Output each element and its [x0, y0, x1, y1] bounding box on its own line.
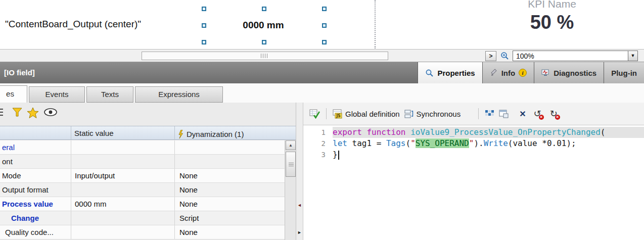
- selection-handle-bottom-right[interactable]: [322, 40, 327, 44]
- scrollbar-grip[interactable]: [261, 54, 269, 58]
- global-definition-label: Global definition: [345, 110, 400, 118]
- line-number: 2: [303, 138, 333, 149]
- zoom-level-combobox[interactable]: 100% ▼: [513, 51, 638, 61]
- scroll-up-button[interactable]: ▲: [286, 140, 296, 150]
- visibility-eye-icon[interactable]: [43, 107, 58, 119]
- row-static-value[interactable]: [71, 140, 174, 154]
- vertical-scrollbar[interactable]: ▲: [285, 140, 296, 240]
- subtab-events[interactable]: Events: [29, 86, 85, 103]
- code-text: let tag1 = Tags("SYS_OPERAND").Write(val…: [333, 138, 644, 149]
- redo-delete-button[interactable]: ↻ ✕: [550, 109, 558, 118]
- table-row-mode[interactable]: Mode Input/output None: [0, 169, 285, 183]
- row-static-value[interactable]: [71, 225, 174, 239]
- line-number: 1: [303, 127, 333, 138]
- inspector-title-bar: [IO field] Properties Info i: [0, 62, 644, 83]
- tia-portal-inspector-view: "ContentBoard_Output (center)" 0000 mm K…: [0, 0, 644, 240]
- table-row-process-value[interactable]: Process value 0000 mm None: [0, 197, 285, 211]
- grid-header-row: Static value Dynamization (1): [0, 126, 296, 140]
- horizontal-scrollbar[interactable]: [142, 52, 388, 60]
- selection-handle-top-left[interactable]: [202, 7, 206, 11]
- zoom-fit-icon[interactable]: [499, 51, 511, 61]
- kpi-widget[interactable]: KPI Name 50 %: [507, 0, 597, 33]
- grid-header-dynamization-label: Dynamization (1): [187, 130, 244, 138]
- undo-delete-button[interactable]: ↺ ✕: [534, 109, 541, 118]
- tab-properties[interactable]: Properties: [418, 62, 482, 83]
- selection-handle-bottom-center[interactable]: [262, 40, 266, 44]
- splitter-arrow-icon[interactable]: ◄: [297, 203, 302, 208]
- info-badge-icon: i: [519, 69, 527, 77]
- table-row-font[interactable]: ont: [0, 155, 285, 169]
- row-static-value[interactable]: 0000 mm: [71, 197, 174, 211]
- io-field-object[interactable]: 0000 mm: [230, 20, 297, 31]
- row-dynamization[interactable]: None: [174, 225, 285, 239]
- row-dynamization[interactable]: [174, 155, 285, 168]
- pencil-icon: [490, 69, 498, 77]
- line-number: 3: [303, 149, 333, 160]
- row-dynamization[interactable]: None: [174, 197, 285, 211]
- tab-info[interactable]: Info i: [482, 62, 534, 83]
- row-static-value[interactable]: Input/output: [71, 169, 174, 182]
- synchronous-icon: [404, 110, 413, 118]
- table-row-quality-code[interactable]: Quality code... None: [0, 225, 285, 239]
- row-dynamization[interactable]: None: [174, 183, 285, 197]
- validate-script-button[interactable]: [309, 109, 320, 119]
- row-dynamization[interactable]: None: [174, 169, 285, 182]
- selection-handle-mid-right[interactable]: [322, 23, 327, 28]
- table-row-change[interactable]: Change Script: [0, 211, 285, 225]
- tab-plug-in-label: Plug-in: [611, 69, 637, 77]
- screen-editor-canvas[interactable]: "ContentBoard_Output (center)" 0000 mm K…: [0, 0, 644, 49]
- subtab-texts[interactable]: Texts: [86, 86, 133, 103]
- page-boundary-guide: [375, 0, 376, 49]
- expand-button[interactable]: >: [485, 51, 496, 61]
- toolbar-separator: [326, 108, 327, 119]
- insert-window-button[interactable]: [499, 110, 509, 118]
- code-lines: 1export function ioValue9_ProcessValue_O…: [303, 127, 644, 160]
- favorites-star-icon[interactable]: [26, 107, 39, 121]
- script-editor-toolbar: JS Global definition Synchronous: [303, 103, 644, 125]
- scrollbar-thumb[interactable]: [286, 152, 296, 177]
- table-row-output-format[interactable]: Output format None: [0, 183, 285, 197]
- row-name: Output format: [0, 183, 71, 197]
- tab-diagnostics[interactable]: Diagnostics: [534, 62, 604, 83]
- row-name: Quality code...: [0, 225, 71, 239]
- subtab-expressions[interactable]: Expressions: [135, 86, 223, 103]
- grid-header-dynamization[interactable]: Dynamization (1): [174, 126, 296, 139]
- text-caret: [338, 151, 339, 160]
- properties-magnifier-icon: [425, 69, 434, 77]
- property-rows: eral ont Mode Input/output None Output f…: [0, 140, 285, 239]
- synchronous-button[interactable]: Synchronous: [404, 110, 461, 118]
- inspector-tabs: Properties Info i Diagnostics Plug-: [418, 62, 644, 83]
- grid-check-icon: [309, 109, 320, 119]
- tab-properties-label: Properties: [437, 69, 475, 77]
- row-name: Mode: [0, 169, 71, 182]
- selection-handle-top-center[interactable]: [262, 7, 266, 11]
- delete-dynamization-button[interactable]: ✕: [519, 109, 526, 119]
- grid-header-static-value[interactable]: Static value: [71, 126, 174, 139]
- row-name: Change: [0, 211, 71, 225]
- filter-icon[interactable]: [11, 107, 23, 120]
- subtab-properties[interactable]: es: [0, 85, 27, 103]
- global-definition-button[interactable]: JS Global definition: [333, 109, 400, 119]
- selection-handle-mid-left[interactable]: [202, 23, 206, 28]
- splitter-arrow-icon[interactable]: ►: [297, 230, 302, 235]
- magnifier-fit-icon: [499, 51, 511, 61]
- row-static-value[interactable]: [71, 183, 174, 197]
- grid-header-name[interactable]: [0, 126, 71, 139]
- scrollbar-thumb-grip: [289, 163, 294, 166]
- row-dynamization[interactable]: [174, 140, 285, 154]
- snippet-pattern-button[interactable]: [485, 110, 494, 118]
- red-x-badge-icon: ✕: [539, 115, 544, 120]
- table-row-general[interactable]: eral: [0, 140, 285, 155]
- panel-splitter[interactable]: ◄ ►: [296, 103, 303, 240]
- list-icon[interactable]: [0, 107, 4, 119]
- tab-diagnostics-label: Diagnostics: [554, 69, 596, 77]
- row-static-value[interactable]: [71, 211, 174, 225]
- tab-plug-in[interactable]: Plug-in: [604, 62, 644, 83]
- selection-handle-top-right[interactable]: [322, 7, 327, 11]
- chevron-down-icon[interactable]: ▼: [628, 51, 637, 61]
- content-board-output-object[interactable]: "ContentBoard_Output (center)": [5, 19, 141, 30]
- script-code-editor[interactable]: 1export function ioValue9_ProcessValue_O…: [303, 125, 644, 240]
- selection-handle-bottom-left[interactable]: [202, 40, 206, 44]
- row-static-value[interactable]: [71, 155, 174, 168]
- row-dynamization[interactable]: Script: [174, 211, 285, 225]
